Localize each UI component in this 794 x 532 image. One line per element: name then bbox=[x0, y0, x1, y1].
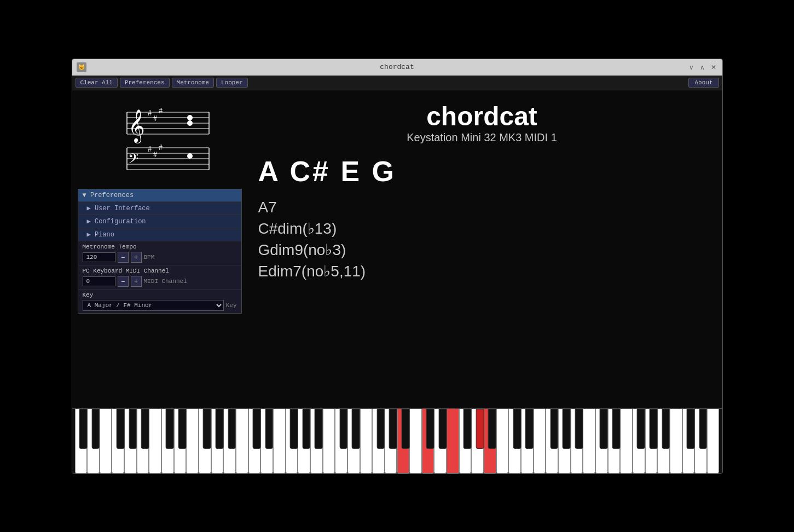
black-key[interactable] bbox=[352, 409, 360, 449]
black-key[interactable] bbox=[612, 409, 621, 449]
svg-text:#: # bbox=[148, 145, 152, 153]
app-title: chordcat bbox=[258, 101, 706, 131]
black-key[interactable] bbox=[203, 409, 211, 449]
svg-text:𝄞: 𝄞 bbox=[128, 109, 145, 144]
white-key[interactable] bbox=[186, 409, 199, 473]
black-key[interactable] bbox=[265, 409, 273, 449]
white-key[interactable] bbox=[360, 409, 373, 473]
black-key[interactable] bbox=[575, 409, 583, 449]
menubar-left: Clear All Preferences Metronome Looper bbox=[76, 78, 248, 88]
about-button[interactable]: About bbox=[688, 78, 718, 88]
staff-svg: 𝄞 𝄢 # # # # # # bbox=[105, 101, 215, 178]
black-key[interactable] bbox=[178, 409, 187, 449]
svg-point-19 bbox=[187, 120, 193, 126]
black-key[interactable] bbox=[339, 409, 347, 449]
black-key[interactable] bbox=[426, 409, 434, 449]
chord-3: Edim7(no♭5,11) bbox=[258, 262, 706, 280]
black-key[interactable] bbox=[439, 409, 447, 449]
main-window: 🐱 chordcat ∨ ∧ ✕ Clear All Preferences M… bbox=[72, 59, 723, 474]
preferences-panel: ▼ Preferences ▶ User Interface ▶ Configu… bbox=[78, 189, 242, 314]
titlebar-left: 🐱 bbox=[77, 62, 86, 72]
black-key[interactable] bbox=[376, 409, 385, 449]
metronome-tempo-row: Metronome Tempo − + BPM bbox=[78, 241, 241, 265]
midi-channel-input[interactable] bbox=[83, 276, 115, 286]
svg-point-20 bbox=[187, 153, 193, 159]
tempo-increase-button[interactable]: + bbox=[131, 252, 142, 263]
svg-text:#: # bbox=[159, 107, 163, 115]
channel-increase-button[interactable]: + bbox=[131, 276, 142, 287]
black-key[interactable] bbox=[463, 409, 472, 449]
black-key[interactable] bbox=[141, 409, 149, 449]
svg-text:#: # bbox=[153, 151, 157, 159]
black-key[interactable] bbox=[488, 409, 496, 449]
black-key[interactable] bbox=[476, 409, 484, 449]
right-panel: chordcat Keystation Mini 32 MK3 MIDI 1 A… bbox=[247, 96, 717, 402]
black-key[interactable] bbox=[402, 409, 410, 449]
metronome-button[interactable]: Metronome bbox=[172, 78, 214, 88]
black-key[interactable] bbox=[91, 409, 100, 449]
white-key[interactable] bbox=[273, 409, 286, 473]
white-key[interactable] bbox=[236, 409, 248, 473]
black-key[interactable] bbox=[687, 409, 695, 449]
black-key[interactable] bbox=[290, 409, 298, 449]
black-key[interactable] bbox=[650, 409, 658, 449]
user-interface-section[interactable]: ▶ User Interface bbox=[78, 201, 241, 215]
white-key[interactable] bbox=[583, 409, 595, 473]
channel-decrease-button[interactable]: − bbox=[118, 276, 129, 287]
black-key[interactable] bbox=[216, 409, 224, 449]
piano-label: ▶ Piano bbox=[87, 230, 114, 239]
key-unit: Key bbox=[226, 302, 237, 309]
black-key[interactable] bbox=[117, 409, 125, 449]
black-key[interactable] bbox=[662, 409, 670, 449]
black-key[interactable] bbox=[79, 409, 88, 449]
key-select[interactable]: A Major / F# Minor C Major / A Minor G M… bbox=[83, 300, 224, 311]
piano-section[interactable]: ▶ Piano bbox=[78, 228, 241, 241]
svg-text:#: # bbox=[148, 109, 152, 117]
black-key[interactable] bbox=[563, 409, 571, 449]
white-key[interactable] bbox=[707, 409, 720, 473]
clear-all-button[interactable]: Clear All bbox=[76, 78, 118, 88]
metronome-tempo-input[interactable] bbox=[83, 252, 115, 262]
chord-2: Gdim9(no♭3) bbox=[258, 241, 706, 259]
black-key[interactable] bbox=[513, 409, 521, 449]
black-key[interactable] bbox=[600, 409, 608, 449]
piano-keys bbox=[75, 409, 720, 473]
preferences-menu-button[interactable]: Preferences bbox=[120, 78, 170, 88]
notes-display: A C# E G bbox=[258, 155, 706, 188]
preferences-header[interactable]: ▼ Preferences bbox=[78, 189, 241, 201]
white-key[interactable] bbox=[323, 409, 335, 473]
black-key[interactable] bbox=[550, 409, 558, 449]
black-key[interactable] bbox=[699, 409, 707, 449]
black-key[interactable] bbox=[129, 409, 137, 449]
midi-channel-label: PC Keyboard MIDI Channel bbox=[83, 268, 237, 274]
black-key[interactable] bbox=[389, 409, 397, 449]
maximize-button[interactable]: ∧ bbox=[698, 63, 707, 72]
piano-container bbox=[72, 408, 722, 473]
black-key[interactable] bbox=[166, 409, 174, 449]
configuration-section[interactable]: ▶ Configuration bbox=[78, 215, 241, 228]
tempo-decrease-button[interactable]: − bbox=[118, 252, 129, 263]
white-key[interactable] bbox=[496, 409, 509, 473]
black-key[interactable] bbox=[315, 409, 323, 449]
minimize-button[interactable]: ∨ bbox=[687, 63, 696, 72]
looper-button[interactable]: Looper bbox=[216, 78, 248, 88]
black-key[interactable] bbox=[228, 409, 236, 449]
preferences-header-label: ▼ Preferences bbox=[83, 192, 134, 199]
close-button[interactable]: ✕ bbox=[709, 63, 718, 72]
midi-channel-control: − + MIDI Channel bbox=[83, 276, 237, 287]
black-key[interactable] bbox=[525, 409, 534, 449]
svg-point-18 bbox=[187, 115, 193, 120]
white-key[interactable] bbox=[100, 409, 112, 473]
white-key[interactable] bbox=[670, 409, 682, 473]
white-key[interactable] bbox=[447, 409, 459, 473]
white-key[interactable] bbox=[149, 409, 161, 473]
white-key[interactable] bbox=[534, 409, 546, 473]
black-key[interactable] bbox=[302, 409, 310, 449]
black-key[interactable] bbox=[637, 409, 645, 449]
key-label: Key bbox=[83, 292, 237, 298]
svg-text:#: # bbox=[159, 143, 163, 152]
white-key[interactable] bbox=[620, 409, 633, 473]
configuration-label: ▶ Configuration bbox=[87, 217, 146, 225]
black-key[interactable] bbox=[253, 409, 261, 449]
white-key[interactable] bbox=[409, 409, 422, 473]
